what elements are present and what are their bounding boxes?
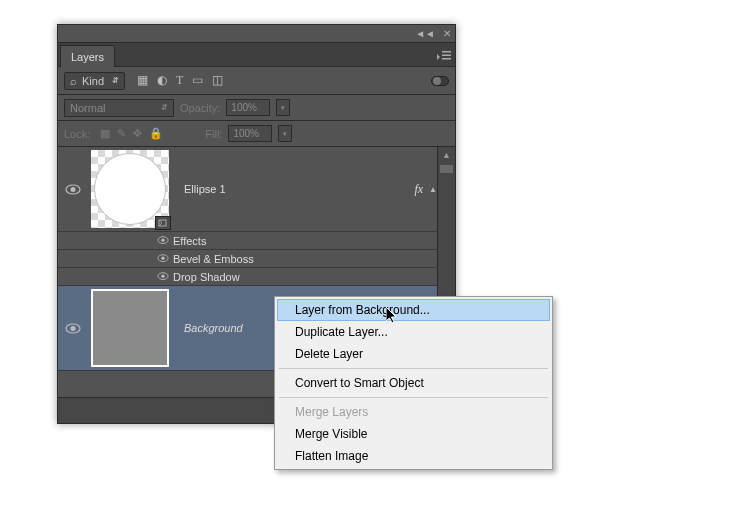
filter-kind-label: Kind: [82, 75, 104, 87]
svg-point-11: [161, 274, 164, 277]
lock-label: Lock:: [64, 128, 90, 140]
layer-thumbnail[interactable]: [91, 150, 169, 228]
lock-transparency-icon[interactable]: ▩: [100, 127, 110, 140]
menu-layer-from-background[interactable]: Layer from Background...: [277, 299, 550, 321]
close-icon[interactable]: ✕: [443, 28, 451, 39]
filter-pixel-icon[interactable]: ▦: [137, 73, 148, 88]
layer-row-ellipse[interactable]: Ellipse 1 fx ▲: [58, 147, 455, 232]
blend-mode-select[interactable]: Normal ⇵: [64, 99, 174, 117]
filter-shape-icon[interactable]: ▭: [192, 73, 203, 88]
collapse-effects-icon[interactable]: ▲: [429, 185, 437, 194]
panel-titlebar: ◄◄ ✕: [58, 25, 455, 43]
fx-indicator[interactable]: fx: [414, 182, 423, 197]
menu-merge-layers: Merge Layers: [277, 401, 550, 423]
menu-merge-visible[interactable]: Merge Visible: [277, 423, 550, 445]
blend-mode-value: Normal: [70, 102, 105, 114]
layer-context-menu: Layer from Background... Duplicate Layer…: [274, 296, 553, 470]
visibility-toggle[interactable]: [58, 323, 88, 334]
shape-layer-badge: [155, 216, 171, 230]
blend-row: Normal ⇵ Opacity: 100% ▾: [58, 95, 455, 121]
scrollbar-thumb[interactable]: [440, 165, 453, 173]
filter-adjustment-icon[interactable]: ◐: [157, 73, 167, 88]
tab-layers[interactable]: Layers: [60, 45, 115, 67]
collapse-icon[interactable]: ◄◄: [415, 28, 435, 39]
eye-icon: [65, 323, 81, 334]
svg-rect-2: [442, 58, 451, 60]
menu-duplicate-layer[interactable]: Duplicate Layer...: [277, 321, 550, 343]
layer-thumbnail[interactable]: [91, 289, 169, 367]
menu-flatten-image[interactable]: Flatten Image: [277, 445, 550, 467]
filter-smart-icon[interactable]: ◫: [212, 73, 223, 88]
svg-point-9: [161, 256, 164, 259]
filter-toggle[interactable]: [431, 76, 449, 86]
chevron-down-icon: ⇵: [161, 103, 168, 112]
search-icon: ⌕: [70, 75, 77, 87]
menu-convert-smart-object[interactable]: Convert to Smart Object: [277, 372, 550, 394]
ellipse-shape-preview: [94, 153, 166, 225]
filter-type-icons: ▦ ◐ T ▭ ◫: [137, 73, 223, 88]
opacity-field[interactable]: 100%: [226, 99, 270, 116]
effects-visibility-toggle[interactable]: [155, 235, 172, 245]
fill-field[interactable]: 100%: [228, 125, 272, 142]
eye-icon: [65, 184, 81, 195]
effect-bevel-emboss[interactable]: Bevel & Emboss: [58, 250, 455, 268]
effect-name: Bevel & Emboss: [173, 253, 254, 265]
svg-rect-0: [442, 51, 451, 53]
effect-visibility-toggle[interactable]: [155, 253, 172, 263]
menu-separator: [279, 368, 548, 369]
effect-visibility-toggle[interactable]: [155, 271, 172, 281]
svg-point-13: [71, 326, 76, 331]
visibility-toggle[interactable]: [58, 184, 88, 195]
fill-dropdown-icon[interactable]: ▾: [278, 125, 292, 142]
lock-row: Lock: ▩ ✎ ✥ 🔒 Fill: 100% ▾: [58, 121, 455, 147]
lock-position-icon[interactable]: ✥: [133, 127, 142, 140]
fill-label: Fill:: [205, 128, 222, 140]
layer-name-label[interactable]: Background: [184, 322, 243, 334]
filter-kind-select[interactable]: ⌕ Kind ⇵: [64, 72, 125, 90]
panel-tabs: Layers: [58, 43, 455, 67]
svg-rect-1: [442, 55, 451, 57]
lock-pixels-icon[interactable]: ✎: [117, 127, 126, 140]
lock-icons-group: ▩ ✎ ✥ 🔒: [100, 127, 163, 140]
opacity-label: Opacity:: [180, 102, 220, 114]
svg-point-7: [161, 238, 164, 241]
effects-label: Effects: [173, 235, 206, 247]
lock-all-icon[interactable]: 🔒: [149, 127, 163, 140]
panel-menu-icon[interactable]: [437, 47, 451, 65]
svg-point-4: [71, 187, 76, 192]
effects-header-row[interactable]: Effects: [58, 232, 455, 250]
scroll-up-arrow[interactable]: ▲: [442, 150, 451, 160]
layer-name-label[interactable]: Ellipse 1: [184, 183, 226, 195]
filter-type-icon[interactable]: T: [176, 73, 183, 88]
opacity-dropdown-icon[interactable]: ▾: [276, 99, 290, 116]
menu-delete-layer[interactable]: Delete Layer: [277, 343, 550, 365]
chevron-down-icon: ⇵: [112, 76, 119, 85]
menu-separator: [279, 397, 548, 398]
effect-drop-shadow[interactable]: Drop Shadow: [58, 268, 455, 286]
layer-filter-bar: ⌕ Kind ⇵ ▦ ◐ T ▭ ◫: [58, 67, 455, 95]
effect-name: Drop Shadow: [173, 271, 240, 283]
